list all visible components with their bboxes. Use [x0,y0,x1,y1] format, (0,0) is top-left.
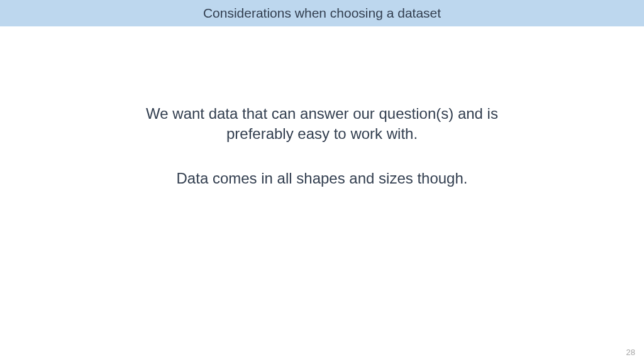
page-number: 28 [626,348,635,357]
body-line: We want data that can answer our questio… [146,105,498,122]
slide-header: Considerations when choosing a dataset [0,0,644,26]
slide-title: Considerations when choosing a dataset [203,6,441,21]
body-paragraph-1: We want data that can answer our questio… [0,104,644,145]
body-paragraph-2: Data comes in all shapes and sizes thoug… [0,168,644,189]
slide-body: We want data that can answer our questio… [0,104,644,189]
body-line: preferably easy to work with. [226,125,418,142]
